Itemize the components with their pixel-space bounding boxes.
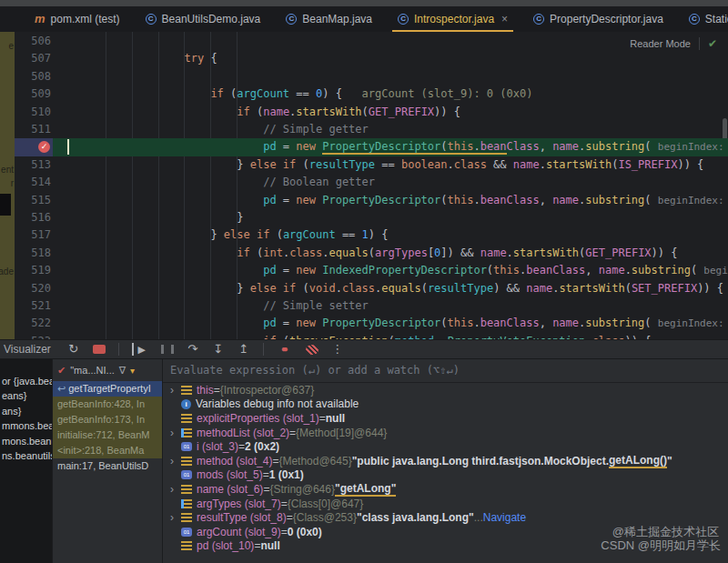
tab-beanmap-java[interactable]: CBeanMap.java <box>275 6 383 32</box>
stack-frame-getbeaninfo[interactable]: getBeanInfo:173, In <box>53 412 162 427</box>
resume-icon[interactable]: ▶ <box>132 343 148 356</box>
code-line-523[interactable]: if (throwsException(method, PropertyVeto… <box>53 333 728 339</box>
tab-staticutilstest-java[interactable]: CStaticUtilsTest.java <box>678 6 728 32</box>
line-number-506[interactable]: 506 <box>15 33 51 50</box>
step-out-icon[interactable]: ↥ <box>238 343 250 356</box>
stack-frame-gettargetpropertyi[interactable]: ↩getTargetPropertyI <box>53 381 162 397</box>
line-number-508[interactable]: 508 <box>15 68 51 85</box>
stack-frame-main[interactable]: main:17, BeanUtilsD <box>53 458 162 474</box>
tab-label: StaticUtilsTest.java <box>705 13 728 25</box>
line-number-520[interactable]: 520 <box>15 280 51 297</box>
code-line-511[interactable]: // Simple getter <box>53 121 728 138</box>
background-popup: or {java.beanseans}ans}mmons.beanumons.b… <box>0 359 52 563</box>
variable-row-variables[interactable]: iVariables debug info not available <box>163 397 728 412</box>
return-arrow-icon: ↩ <box>57 381 66 397</box>
variable-row-this[interactable]: ›this = {Introspector@637} <box>163 383 728 397</box>
code-editor[interactable]: eentrade Reader Mode ✔ 506507 try {50850… <box>0 32 728 339</box>
code-line-522[interactable]: pd = new PropertyDescriptor(this.beanCla… <box>53 315 728 332</box>
line-number-513[interactable]: 513 <box>15 156 51 174</box>
expand-chevron-icon[interactable]: › <box>170 456 181 467</box>
strip-text-fragment: ent <box>1 165 14 175</box>
view-breakpoints-icon[interactable]: ●● <box>277 343 293 356</box>
popup-text-fragment: ns.beanutils} <box>2 450 58 461</box>
line-number-511[interactable]: 511 <box>15 121 51 138</box>
watermark-csdn: CSDN @明明如月学长 <box>601 538 721 554</box>
debug-toolbar: Visualizer ↻▶↷↧↥●●⋮ <box>0 339 728 359</box>
stack-frame-initialise[interactable]: initialise:712, BeanM <box>53 427 162 443</box>
variable-row-mods[interactable]: 01mods (slot_5) = 1 (0x1) <box>163 468 728 483</box>
line-number-507[interactable]: 507 <box>15 50 51 67</box>
filter-funnel-icon[interactable]: ∇ <box>119 365 126 377</box>
code-line-510[interactable]: if (name.startsWith(GET_PREFIX)) { <box>53 104 728 121</box>
tab-propertydescriptor-java[interactable]: CPropertyDescriptor.java <box>522 6 674 32</box>
line-number-514[interactable]: 514 <box>15 174 51 191</box>
expand-chevron-icon[interactable]: › <box>170 385 181 396</box>
code-line-521[interactable]: // Simple setter <box>53 297 728 315</box>
frame-label: initialise:712, BeanM <box>57 427 150 443</box>
variable-row-explicitproperties[interactable]: explicitProperties (slot_1) = null <box>163 411 728 426</box>
code-line-514[interactable]: // Boolean getter <box>53 174 728 191</box>
stack-frame-list: ↩getTargetPropertyIgetBeanInfo:428, Inge… <box>53 381 162 474</box>
frames-panel: ✔ "ma...NI... ∇ ▾ ↩getTargetPropertyIget… <box>52 359 162 563</box>
code-line-517[interactable]: } else if (argCount == 1) { <box>53 226 728 244</box>
variable-row-methodlist[interactable]: ›methodList (slot_2) = {Method[19]@644} <box>163 426 728 440</box>
line-number-517[interactable]: 517 <box>15 226 51 244</box>
stack-frame--init-[interactable]: <init>:218, BeanMa <box>53 443 162 458</box>
variable-row-i[interactable]: 01i (slot_3) = 2 (0x2) <box>163 439 728 454</box>
pause-icon[interactable] <box>161 345 174 354</box>
mute-breakpoints-icon[interactable] <box>306 345 318 355</box>
line-number-515[interactable]: 515 <box>15 192 51 209</box>
tab-label: BeanMap.java <box>302 13 372 25</box>
evaluate-expression-input[interactable]: Evaluate expression (↵) or add a watch (… <box>163 359 728 383</box>
frame-label: getBeanInfo:428, In <box>57 397 145 412</box>
more-icon[interactable]: ⋮ <box>331 343 344 356</box>
expand-chevron-icon[interactable]: › <box>170 427 181 438</box>
tab-pom-xml-test-[interactable]: mpom.xml (test) <box>24 6 131 32</box>
variable-row-argtypes[interactable]: argTypes (slot_7) = {Class[0]@647} <box>163 497 728 511</box>
field-icon <box>181 386 192 395</box>
field-icon <box>181 513 192 522</box>
strip-box <box>0 194 11 216</box>
thread-selector[interactable]: ✔ "ma...NI... ∇ ▾ <box>53 359 162 381</box>
expand-chevron-icon[interactable]: › <box>170 484 181 495</box>
tab-beanutilsdemo-java[interactable]: CBeanUtilsDemo.java <box>135 6 272 32</box>
code-line-512[interactable]: pd = new PropertyDescriptor(this.beanCla… <box>53 138 728 156</box>
variable-row-method[interactable]: ›method (slot_4) = {Method@645} "public … <box>163 454 728 468</box>
code-line-513[interactable]: } else if (resultType == boolean.class &… <box>53 156 728 174</box>
tab-introspector-java[interactable]: CIntrospector.java× <box>387 6 519 32</box>
code-line-520[interactable]: } else if (void.class.equals(resultType)… <box>53 280 728 297</box>
line-number-509[interactable]: 509 <box>15 85 51 103</box>
step-into-icon[interactable]: ↧ <box>212 343 225 356</box>
code-line-519[interactable]: pd = new IndexedPropertyDescriptor(this.… <box>53 262 728 279</box>
stop-icon[interactable] <box>93 345 106 354</box>
maven-file-icon: m <box>35 14 46 25</box>
line-number-522[interactable]: 522 <box>15 315 51 332</box>
step-over-icon[interactable]: ↷ <box>187 343 199 356</box>
line-number-516[interactable]: 516 <box>15 209 51 226</box>
line-number-523[interactable]: 523 <box>15 333 51 339</box>
line-number-518[interactable]: 518 <box>15 245 51 262</box>
frame-label: <init>:218, BeanMa <box>57 443 144 458</box>
code-line-518[interactable]: if (int.class.equals(argTypes[0]) && nam… <box>53 245 728 262</box>
line-number-510[interactable]: 510 <box>15 104 51 121</box>
rerun-debug-icon[interactable]: ↻ <box>67 343 80 356</box>
variable-row-resulttype[interactable]: ›resultType (slot_8) = {Class@253} "clas… <box>163 510 728 525</box>
thread-check-icon: ✔ <box>57 365 66 377</box>
line-number-519[interactable]: 519 <box>15 262 51 279</box>
code-line-509[interactable]: if (argCount == 0) { argCount (slot_9): … <box>53 85 728 103</box>
array-icon <box>181 428 192 437</box>
expand-chevron-icon[interactable]: › <box>170 512 181 523</box>
code-line-515[interactable]: pd = new PropertyDescriptor(this.beanCla… <box>53 192 728 209</box>
code-line-506[interactable] <box>53 33 728 50</box>
code-line-516[interactable]: } <box>53 209 728 226</box>
line-number-521[interactable]: 521 <box>15 297 51 315</box>
chevron-down-icon[interactable]: ▾ <box>130 366 135 376</box>
code-line-507[interactable]: try { <box>53 50 728 67</box>
tab-label: pom.xml (test) <box>51 13 120 25</box>
class-file-icon: C <box>146 14 157 25</box>
stack-frame-getbeaninfo[interactable]: getBeanInfo:428, In <box>53 397 162 412</box>
popup-text-fragment: ans} <box>2 406 21 417</box>
close-icon[interactable]: × <box>501 13 508 25</box>
code-line-508[interactable] <box>53 68 728 85</box>
variable-row-name[interactable]: ›name (slot_6) = {String@646} "getALong" <box>163 482 728 497</box>
